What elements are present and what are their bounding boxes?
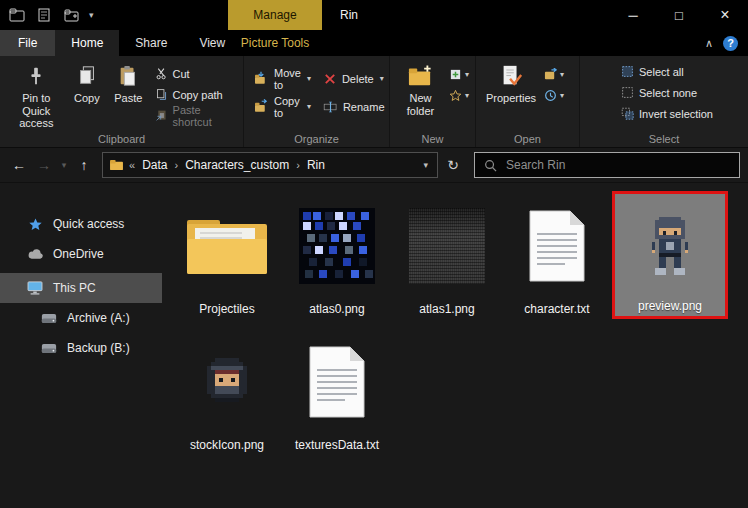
file-tile-atlas1[interactable]: atlas1.png	[392, 191, 502, 319]
breadcrumb-separator-icon: ›	[174, 159, 178, 171]
sidebar-item-this-pc[interactable]: This PC	[0, 273, 162, 303]
collapse-ribbon-icon[interactable]: ∧	[705, 37, 713, 50]
maximize-button[interactable]: □	[656, 0, 702, 30]
tab-picture-tools[interactable]: Picture Tools	[228, 30, 322, 56]
file-name: Projectiles	[196, 301, 257, 319]
breadcrumb-crumb-characters-custom[interactable]: Characters_custom	[183, 158, 291, 172]
folder-icon	[172, 191, 282, 301]
atlas0-thumbnail	[282, 191, 392, 301]
select-all-button[interactable]: Select all	[618, 62, 716, 81]
history-button[interactable]: ▾	[544, 89, 564, 102]
new-item-icon	[449, 68, 462, 81]
breadcrumb-crumb-rin[interactable]: Rin	[305, 158, 327, 172]
delete-button[interactable]: Delete ▾	[320, 69, 388, 88]
help-icon[interactable]: ?	[723, 36, 738, 51]
close-button[interactable]: ×	[702, 0, 748, 30]
file-tile-atlas0[interactable]: atlas0.png	[282, 191, 392, 319]
paste-shortcut-icon	[155, 109, 168, 122]
copy-label: Copy	[74, 92, 100, 105]
properties-label: Properties	[486, 92, 536, 105]
qat-properties-icon[interactable]	[35, 6, 53, 24]
stockicon-sprite	[172, 327, 282, 437]
move-to-icon	[253, 71, 269, 86]
invert-selection-button[interactable]: Invert selection	[618, 104, 716, 123]
pin-icon	[25, 62, 47, 90]
clipboard-group-label: Clipboard	[0, 133, 243, 145]
sidebar-item-label: Quick access	[53, 217, 124, 231]
recent-locations-dropdown-icon[interactable]: ▾	[58, 153, 70, 177]
cut-icon	[155, 67, 168, 80]
manage-contextual-tab[interactable]: Manage	[228, 0, 322, 30]
sidebar-item-backup-b[interactable]: Backup (B:)	[0, 333, 162, 363]
back-button[interactable]: ←	[8, 153, 30, 177]
drive-icon	[40, 343, 58, 354]
ribbon-group-organize: Move to ▾ Copy to ▾ Delete ▾	[244, 56, 390, 147]
minimize-button[interactable]: ─	[610, 0, 656, 30]
file-name: texturesData.txt	[292, 437, 382, 455]
delete-label: Delete	[342, 73, 374, 85]
address-bar[interactable]: « Data › Characters_custom › Rin ▾	[102, 152, 438, 178]
sidebar-item-label: Archive (A:)	[67, 311, 130, 325]
new-item-button[interactable]: ▾	[449, 68, 469, 81]
copy-button[interactable]: Copy	[67, 59, 108, 108]
drive-icon	[40, 313, 58, 324]
ribbon-tab-row: File Home Share View Picture Tools ∧ ?	[0, 30, 748, 56]
paste-shortcut-button[interactable]: Paste shortcut	[152, 106, 237, 125]
copy-icon	[76, 62, 98, 90]
address-history-dropdown-icon[interactable]: ▾	[420, 160, 431, 170]
refresh-button[interactable]: ↻	[441, 153, 465, 177]
copy-path-button[interactable]: Copy path	[152, 85, 237, 104]
ribbon-group-new: New folder ▾ ▾ New	[390, 56, 476, 147]
move-to-button[interactable]: Move to ▾	[250, 69, 314, 88]
sidebar-item-archive-a[interactable]: Archive (A:)	[0, 303, 162, 333]
file-tile-character-txt[interactable]: character.txt	[502, 191, 612, 319]
file-name: atlas0.png	[306, 301, 367, 319]
breadcrumb-crumb-data[interactable]: Data	[140, 158, 169, 172]
breadcrumb-overflow[interactable]: «	[129, 159, 135, 171]
navigation-bar: ← → ▾ ↑ « Data › Characters_custom › Rin…	[0, 148, 748, 183]
copy-to-button[interactable]: Copy to ▾	[250, 97, 314, 116]
file-name: atlas1.png	[416, 301, 477, 319]
easy-access-button[interactable]: ▾	[449, 89, 469, 102]
pin-to-quick-access-button[interactable]: Pin to Quick access	[6, 59, 67, 133]
paste-button[interactable]: Paste	[107, 59, 149, 108]
properties-button[interactable]: Properties	[482, 59, 540, 108]
cut-button[interactable]: Cut	[152, 64, 237, 83]
clipboard-small-buttons: Cut Copy path Paste shortcut	[152, 64, 237, 125]
new-folder-button[interactable]: New folder	[396, 59, 445, 120]
paste-shortcut-label: Paste shortcut	[173, 104, 234, 128]
star-icon	[26, 217, 44, 232]
new-folder-icon	[407, 62, 433, 90]
sidebar-item-quick-access[interactable]: Quick access	[0, 209, 162, 239]
open-button[interactable]: ▾	[544, 68, 564, 81]
qat-new-folder-icon[interactable]	[62, 6, 80, 24]
qat-customize-chevron-icon[interactable]: ▾	[89, 10, 94, 20]
ribbon-group-open: Properties ▾ ▾ Open	[476, 56, 580, 147]
manage-tab-label: Manage	[253, 8, 296, 22]
file-list: Projectiles atlas0.png a	[162, 183, 748, 507]
sidebar-item-onedrive[interactable]: OneDrive	[0, 239, 162, 269]
move-to-dropdown-icon: ▾	[307, 74, 311, 83]
up-button[interactable]: ↑	[73, 153, 95, 177]
search-box[interactable]	[474, 152, 740, 178]
ribbon-group-select: Select all Select none Invert selection …	[580, 56, 748, 147]
easy-access-icon	[449, 89, 462, 102]
pin-to-quick-access-label: Pin to Quick access	[10, 92, 63, 130]
file-tile-texturesdata-txt[interactable]: texturesData.txt	[282, 327, 392, 455]
file-tile-projectiles[interactable]: Projectiles	[172, 191, 282, 319]
tab-share[interactable]: Share	[119, 30, 183, 56]
select-none-button[interactable]: Select none	[618, 83, 716, 102]
select-all-icon	[621, 65, 634, 78]
explorer-body: Quick access OneDrive This PC Archive (A…	[0, 183, 748, 507]
file-tile-stockicon[interactable]: stockIcon.png	[172, 327, 282, 455]
forward-button[interactable]: →	[33, 153, 55, 177]
text-document-icon	[502, 191, 612, 301]
tab-file[interactable]: File	[0, 30, 55, 56]
file-tile-preview-selected[interactable]: preview.png	[612, 191, 728, 319]
rename-button[interactable]: Rename	[320, 97, 388, 116]
open-group-label: Open	[476, 133, 579, 145]
cut-label: Cut	[173, 68, 190, 80]
tab-home[interactable]: Home	[55, 30, 119, 56]
search-input[interactable]	[504, 157, 730, 173]
new-item-dropdown-icon: ▾	[465, 70, 469, 79]
